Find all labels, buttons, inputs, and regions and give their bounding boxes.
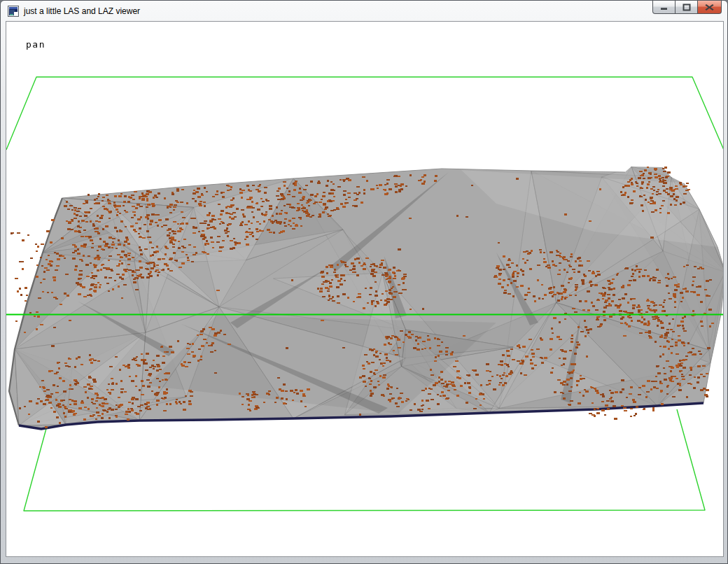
window-controls <box>653 1 722 14</box>
maximize-button[interactable] <box>675 1 698 14</box>
3d-viewport-canvas[interactable] <box>6 22 723 556</box>
maximize-icon <box>682 3 691 11</box>
close-icon <box>705 3 714 11</box>
viewer-client-area: pan <box>6 21 724 557</box>
window-title: just a little LAS and LAZ viewer <box>24 6 140 16</box>
minimize-button[interactable] <box>652 1 676 14</box>
app-window: just a little LAS and LAZ viewer pan <box>0 0 728 564</box>
close-button[interactable] <box>697 1 722 14</box>
mode-label: pan <box>26 39 46 50</box>
window-titlebar[interactable]: just a little LAS and LAZ viewer <box>1 1 727 21</box>
minimize-icon <box>660 3 668 10</box>
app-icon <box>8 6 19 17</box>
